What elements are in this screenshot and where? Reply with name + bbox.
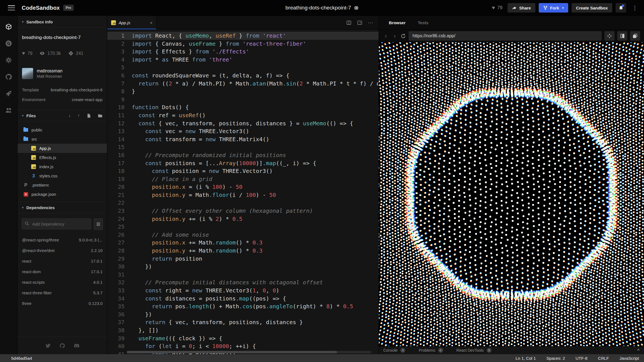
code-line[interactable]: 22 xyxy=(107,199,379,207)
code-line[interactable]: 32 // Precompute initial distances with … xyxy=(107,278,379,287)
responsive-preview-icon[interactable] xyxy=(604,31,614,41)
dependencies-header[interactable]: ▾ Dependencies xyxy=(18,202,107,213)
code-line[interactable]: 20 position.x = (i % 100) - 50 xyxy=(107,183,379,191)
discord-icon[interactable] xyxy=(74,343,79,349)
more-options-button[interactable]: ⋮ xyxy=(630,3,640,13)
browser-tab-browser[interactable]: Browser xyxy=(389,20,406,25)
share-button[interactable]: Share xyxy=(508,3,535,13)
project-cube-icon[interactable] xyxy=(5,23,12,30)
dependency-list-button[interactable] xyxy=(94,218,103,230)
live-users-icon[interactable] xyxy=(5,107,12,114)
code-line[interactable]: 36 }) xyxy=(107,310,379,319)
open-new-window-icon[interactable] xyxy=(617,31,627,41)
code-line[interactable]: 11 const ref = useRef() xyxy=(107,111,379,119)
code-line[interactable]: 30 }) xyxy=(107,263,379,271)
status-item[interactable]: Ln 1, Col 1 xyxy=(516,356,536,361)
code-line[interactable]: 40 for (let i = 0; i < 10000; ++i) { xyxy=(107,342,379,350)
code-line[interactable]: 1import React, { useMemo, useRef } from … xyxy=(107,32,379,40)
refresh-icon[interactable] xyxy=(401,33,406,39)
file-row[interactable]: JSEffects.js xyxy=(18,153,107,162)
dependency-row[interactable]: react-three-fiber5.3.7 xyxy=(22,287,103,298)
code-line[interactable]: 7 return ((2 * a) / Math.PI) * Math.atan… xyxy=(107,80,379,88)
code-line[interactable]: 37 return { vec, transform, positions, d… xyxy=(107,318,379,326)
create-sandbox-button[interactable]: Create Sandbox xyxy=(572,3,612,13)
duplicate-window-icon[interactable] xyxy=(630,31,640,41)
code-line[interactable]: 33 const right = new THREE.Vector3(1, 0,… xyxy=(107,287,379,295)
expand-console-icon[interactable]: ^ xyxy=(637,348,640,353)
code-line[interactable]: 9 xyxy=(107,96,379,104)
status-item[interactable]: CRLF xyxy=(598,356,609,361)
forward-icon[interactable]: › xyxy=(392,33,398,39)
code-line[interactable]: 28 position.y += Math.random() * 0.3 xyxy=(107,247,379,255)
code-line[interactable]: 38 }, []) xyxy=(107,326,379,334)
dependency-row[interactable]: react-scripts4.0.1 xyxy=(22,277,103,287)
code-line[interactable]: 5 xyxy=(107,63,379,72)
github-icon[interactable] xyxy=(5,73,12,80)
settings-gear-icon[interactable] xyxy=(5,57,12,64)
code-line[interactable]: 2import { Canvas, useFrame } from 'react… xyxy=(107,40,379,48)
console-tab[interactable]: Problems 0 xyxy=(419,348,443,353)
dependency-row[interactable]: @react-three/drei2.2.10 xyxy=(22,245,103,256)
privacy-globe-icon[interactable] xyxy=(354,6,358,10)
console-tab[interactable]: Console 0 xyxy=(383,348,405,353)
code-line[interactable]: 14 const transform = new THREE.Matrix4() xyxy=(107,135,379,143)
code-line[interactable]: 10function Dots() { xyxy=(107,103,379,111)
code-line[interactable]: 12 const { vec, transform, positions, di… xyxy=(107,119,379,128)
code-editor[interactable]: 1import React, { useMemo, useRef } from … xyxy=(107,30,379,354)
like-control[interactable]: ♥ 79 xyxy=(492,5,502,11)
download-icon[interactable]: ↓ xyxy=(69,113,71,118)
add-dependency-input[interactable] xyxy=(21,218,91,229)
split-editor-icon[interactable] xyxy=(346,20,352,25)
horizontal-scrollbar[interactable] xyxy=(127,351,371,353)
code-line[interactable]: 29 return position xyxy=(107,255,379,263)
code-line[interactable]: 6const roundedSquareWave = (t, delta, a,… xyxy=(107,72,379,80)
dependency-row[interactable]: react-dom17.0.1 xyxy=(22,266,103,277)
deploy-rocket-icon[interactable] xyxy=(5,90,12,97)
upload-icon[interactable]: ↑ xyxy=(77,113,80,118)
code-line[interactable]: 21 position.y = Math.floor(i / 100) - 50 xyxy=(107,191,379,199)
code-line[interactable]: 15 xyxy=(107,143,379,151)
code-line[interactable]: 18 const position = new THREE.Vector3() xyxy=(107,167,379,175)
code-line[interactable]: 16 // Precompute randomized initial posi… xyxy=(107,151,379,159)
code-line[interactable]: 23 // Offset every other column (hexagon… xyxy=(107,207,379,215)
file-row[interactable]: JSApp.js xyxy=(18,144,107,153)
search-icon[interactable] xyxy=(5,40,12,47)
open-preview-icon[interactable] xyxy=(357,20,362,25)
tab-app-js[interactable]: JS App.js × xyxy=(107,16,157,29)
code-line[interactable]: 3import { Effects } from './Effects' xyxy=(107,48,379,56)
code-line[interactable]: 25 xyxy=(107,223,379,231)
code-line[interactable]: 39 useFrame(({ clock }) => { xyxy=(107,334,379,343)
code-line[interactable]: 24 position.y += (i % 2) * 0.5 xyxy=(107,215,379,223)
sandbox-info-header[interactable]: ▾ Sandbox Info xyxy=(18,16,107,28)
url-input[interactable] xyxy=(409,31,602,41)
files-header[interactable]: ▾ Files ↓ ↑ xyxy=(18,110,107,121)
menu-icon[interactable] xyxy=(8,5,15,10)
file-row[interactable]: src xyxy=(18,134,107,144)
browser-tab-tests[interactable]: Tests xyxy=(418,20,428,25)
code-line[interactable]: 26 // Add some noise xyxy=(107,231,379,239)
status-item[interactable]: Spaces: 2 xyxy=(547,356,565,361)
code-line[interactable]: 13 const vec = new THREE.Vector3() xyxy=(107,127,379,135)
code-line[interactable]: 17 const positions = [...Array(10000)].m… xyxy=(107,159,379,167)
code-line[interactable]: 31 xyxy=(107,271,379,279)
close-tab-icon[interactable]: × xyxy=(150,20,152,25)
file-row[interactable]: public xyxy=(18,125,107,134)
author-row[interactable]: mattrossman Matt Rossman xyxy=(22,68,103,79)
status-item[interactable]: UTF-8 xyxy=(575,356,587,361)
file-row[interactable]: npackage.json xyxy=(18,190,107,199)
code-line[interactable]: 27 position.x += Math.random() * 0.3 xyxy=(107,239,379,247)
code-line[interactable]: 35 return pos.length() + Math.cos(pos.an… xyxy=(107,302,379,310)
code-line[interactable]: 34 const distances = positions.map((pos)… xyxy=(107,295,379,303)
github-icon[interactable] xyxy=(59,343,65,349)
dependency-row[interactable]: three0.123.0 xyxy=(22,298,103,309)
code-line[interactable]: 4import * as THREE from 'three' xyxy=(107,56,379,64)
status-item[interactable]: JavaScript xyxy=(619,356,639,361)
new-file-icon[interactable] xyxy=(86,113,91,118)
twitter-icon[interactable] xyxy=(45,343,51,349)
code-line[interactable]: 8} xyxy=(107,87,379,96)
file-row[interactable]: 3styles.css xyxy=(18,171,107,180)
back-icon[interactable]: ‹ xyxy=(383,33,389,39)
new-folder-icon[interactable] xyxy=(98,113,103,118)
dependency-row[interactable]: react17.0.1 xyxy=(22,256,103,266)
notifications-button[interactable] xyxy=(616,3,626,13)
